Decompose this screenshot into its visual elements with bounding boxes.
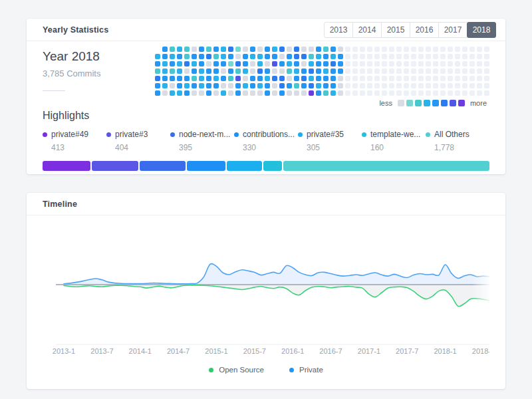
highlight-item[interactable]: private#49413 — [43, 130, 106, 152]
highlights-list: private#49413private#3404node-next-m...3… — [43, 130, 489, 152]
heatmap-legend-swatch — [406, 100, 413, 106]
x-axis-tick-label: 2018-1 — [434, 347, 456, 355]
heatmap-cell — [462, 76, 467, 81]
heatmap-cell — [411, 83, 416, 88]
highlight-name: private#3 — [106, 130, 170, 139]
heatmap-cell — [396, 61, 402, 66]
heatmap-cell — [418, 68, 424, 74]
stacked-bar-segment[interactable] — [140, 161, 186, 171]
year-tab-2018[interactable]: 2018 — [467, 22, 496, 38]
year-tab-2015[interactable]: 2015 — [381, 22, 410, 38]
heatmap-cell — [389, 90, 394, 96]
heatmap-cell — [404, 61, 409, 66]
year-tab-2013[interactable]: 2013 — [324, 22, 353, 38]
heatmap-cell — [396, 54, 402, 59]
highlight-count: 404 — [115, 143, 170, 152]
stacked-bar-segment[interactable] — [227, 161, 262, 171]
stacked-bar-segment[interactable] — [187, 161, 225, 171]
heatmap-cell — [440, 54, 446, 59]
heatmap-cell — [484, 76, 489, 81]
heatmap-cell — [440, 47, 446, 52]
timeline-legend: Open SourcePrivate — [27, 366, 505, 374]
heatmap-cell — [469, 83, 475, 88]
heatmap-cell — [331, 61, 336, 66]
highlight-item[interactable]: node-next-m...395 — [170, 130, 234, 152]
heatmap-cell — [206, 83, 211, 88]
timeline-legend-item[interactable]: Private — [289, 366, 323, 374]
heatmap-cell — [418, 54, 424, 59]
heatmap-cell — [440, 61, 446, 66]
heatmap-cell — [287, 61, 292, 66]
heatmap-cell — [155, 61, 160, 66]
heatmap-cell — [265, 76, 270, 81]
heatmap-cell — [250, 83, 255, 88]
heatmap-cell — [287, 68, 292, 74]
heatmap-cell — [374, 61, 380, 66]
timeline-card-body: 2013-12013-72014-12014-72015-12015-72016… — [27, 215, 505, 374]
heatmap-cell — [433, 90, 438, 96]
heatmap-cell — [404, 90, 409, 96]
heatmap-cell — [250, 47, 255, 52]
heatmap-cell — [206, 54, 211, 59]
heatmap-cell — [316, 61, 321, 66]
yearly-card-title: Yearly Statistics — [43, 25, 108, 35]
heatmap-cell — [360, 90, 365, 96]
heatmap-cell — [404, 68, 409, 74]
heatmap-cell — [323, 76, 329, 81]
highlight-item[interactable]: private#3404 — [106, 130, 170, 152]
highlight-count: 330 — [243, 143, 298, 152]
timeline-legend-item[interactable]: Open Source — [209, 366, 264, 374]
year-stats-row: Year 2018 3,785 Commits less more — [43, 47, 489, 107]
heatmap-cell — [484, 83, 489, 88]
heatmap-cell — [411, 68, 416, 74]
heatmap-cell — [162, 68, 168, 74]
heatmap-cell — [228, 83, 233, 88]
highlight-item[interactable]: template-we...160 — [362, 130, 426, 152]
heatmap-cell — [352, 54, 358, 59]
heatmap-cell — [411, 47, 416, 52]
highlight-item[interactable]: private#35305 — [298, 130, 362, 152]
stacked-bar-segment[interactable] — [283, 161, 489, 171]
stacked-bar-segment[interactable] — [43, 161, 90, 171]
highlight-dot-icon — [426, 132, 430, 137]
heatmap-cell — [265, 83, 270, 88]
heatmap-cell — [155, 47, 160, 52]
heatmap-cell — [184, 90, 190, 96]
heatmap-cell — [265, 61, 270, 66]
heatmap-legend-swatch — [450, 100, 456, 106]
heatmap-cell — [257, 47, 263, 52]
year-tab-2016[interactable]: 2016 — [410, 22, 439, 38]
heatmap-cell — [374, 54, 380, 59]
heatmap-cell — [418, 61, 424, 66]
heatmap-cell — [162, 61, 168, 66]
yearly-statistics-card: Yearly Statistics 2013201420152016201720… — [27, 19, 505, 174]
highlight-item[interactable]: All Others1,778 — [426, 130, 489, 152]
heatmap-cell — [221, 47, 226, 52]
heatmap-cell — [455, 68, 460, 74]
heatmap-cell — [352, 68, 358, 74]
heatmap-cell — [316, 90, 321, 96]
stacked-bar-segment[interactable] — [263, 161, 282, 171]
heatmap-cell — [331, 47, 336, 52]
heatmap-cell — [418, 90, 424, 96]
heatmap-cell — [301, 90, 307, 96]
highlight-count: 160 — [370, 143, 426, 152]
highlight-item[interactable]: contributions...330 — [234, 130, 298, 152]
heatmap-cell — [404, 54, 409, 59]
heatmap-cell — [177, 76, 182, 81]
heatmap-cell — [250, 54, 255, 59]
heatmap-cell — [374, 68, 380, 74]
year-tab-2017[interactable]: 2017 — [438, 22, 467, 38]
stacked-bar-segment[interactable] — [92, 161, 138, 171]
heatmap-cell — [345, 68, 350, 74]
heatmap-cell — [477, 54, 482, 59]
year-tab-2014[interactable]: 2014 — [352, 22, 382, 38]
heatmap-cell — [294, 83, 299, 88]
heatmap-cell — [279, 76, 285, 81]
heatmap-cell — [448, 47, 453, 52]
heatmap-cell — [162, 76, 168, 81]
heatmap-cell — [484, 61, 489, 66]
heatmap-cell — [301, 61, 307, 66]
heatmap-cell — [206, 76, 211, 81]
heatmap-cell — [455, 83, 460, 88]
